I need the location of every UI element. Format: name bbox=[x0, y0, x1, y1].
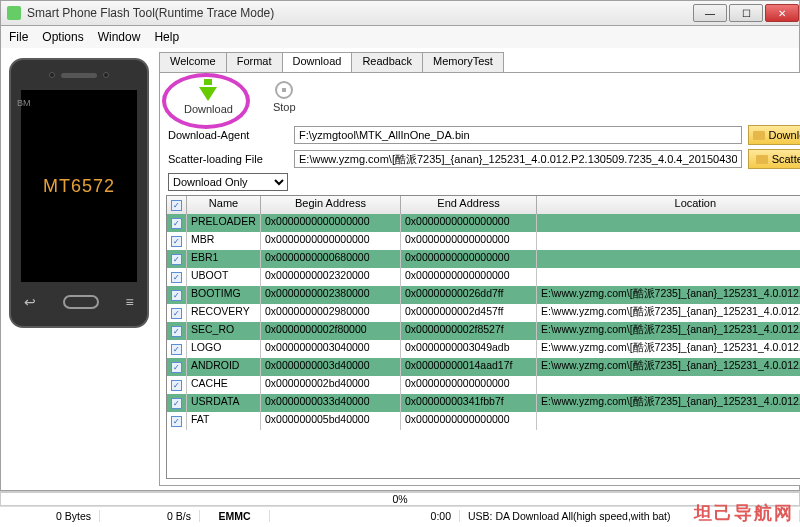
status-speed: 0 B/s bbox=[100, 510, 200, 522]
cell-location bbox=[537, 268, 800, 286]
cell-end: 0x00000000014aad17f bbox=[401, 358, 537, 376]
phone-menu-icon: ≡ bbox=[126, 294, 134, 310]
scatter-input[interactable] bbox=[294, 150, 742, 168]
cell-location: E:\www.yzmg.com\[酷派7235]_{anan}_125231_4… bbox=[537, 340, 800, 358]
table-row[interactable]: ✓UBOOT0x00000000023200000x00000000000000… bbox=[167, 268, 800, 286]
table-row[interactable]: ✓FAT0x000000005bd400000x0000000000000000 bbox=[167, 412, 800, 430]
table-row[interactable]: ✓PRELOADER0x00000000000000000x0000000000… bbox=[167, 214, 800, 232]
table-row[interactable]: ✓USRDATA0x0000000033d400000x00000000341f… bbox=[167, 394, 800, 412]
cell-begin: 0x000000005bd40000 bbox=[261, 412, 401, 430]
cell-begin: 0x0000000002380000 bbox=[261, 286, 401, 304]
cell-name: BOOTIMG bbox=[187, 286, 261, 304]
table-row[interactable]: ✓RECOVERY0x00000000029800000x0000000002d… bbox=[167, 304, 800, 322]
row-checkbox[interactable]: ✓ bbox=[171, 344, 182, 355]
minimize-button[interactable]: — bbox=[693, 4, 727, 22]
cell-name: USRDATA bbox=[187, 394, 261, 412]
cell-begin: 0x0000000003d40000 bbox=[261, 358, 401, 376]
row-checkbox[interactable]: ✓ bbox=[171, 326, 182, 337]
table-row[interactable]: ✓EBR10x00000000006800000x000000000000000… bbox=[167, 250, 800, 268]
folder-icon bbox=[756, 155, 768, 164]
table-row[interactable]: ✓LOGO0x00000000030400000x0000000003049ad… bbox=[167, 340, 800, 358]
col-end[interactable]: End Address bbox=[401, 196, 537, 214]
table-row[interactable]: ✓SEC_RO0x0000000002f800000x0000000002f85… bbox=[167, 322, 800, 340]
row-checkbox[interactable]: ✓ bbox=[171, 380, 182, 391]
folder-icon bbox=[753, 131, 765, 140]
table-row[interactable]: ✓ANDROID0x0000000003d400000x00000000014a… bbox=[167, 358, 800, 376]
cell-begin: 0x0000000003040000 bbox=[261, 340, 401, 358]
tabs: WelcomeFormatDownloadReadbackMemoryTest bbox=[159, 52, 800, 72]
workarea: BM MT6572 ↩ ≡ WelcomeFormatDownloadReadb… bbox=[0, 48, 800, 491]
tab-readback[interactable]: Readback bbox=[352, 52, 423, 72]
scatter-browse-button[interactable]: Scatter-loading bbox=[748, 149, 800, 169]
close-button[interactable]: ✕ bbox=[765, 4, 799, 22]
menu-window[interactable]: Window bbox=[98, 30, 141, 44]
cell-location bbox=[537, 250, 800, 268]
download-button[interactable]: Download bbox=[184, 81, 233, 115]
da-label: Download-Agent bbox=[168, 129, 288, 141]
row-checkbox[interactable]: ✓ bbox=[171, 362, 182, 373]
cell-name: ANDROID bbox=[187, 358, 261, 376]
status-bar: 0% 0 Bytes 0 B/s EMMC 0:00 USB: DA Downl… bbox=[0, 491, 800, 525]
row-checkbox[interactable]: ✓ bbox=[171, 308, 182, 319]
phone-panel: BM MT6572 ↩ ≡ bbox=[5, 52, 153, 486]
tab-memorytest[interactable]: MemoryTest bbox=[423, 52, 504, 72]
window-title: Smart Phone Flash Tool(Runtime Trace Mod… bbox=[27, 6, 691, 20]
table-row[interactable]: ✓BOOTIMG0x00000000023800000x00000000026d… bbox=[167, 286, 800, 304]
cell-location: E:\www.yzmg.com\[酷派7235]_{anan}_125231_4… bbox=[537, 394, 800, 412]
download-button-label: Download bbox=[184, 103, 233, 115]
cell-end: 0x0000000002f8527f bbox=[401, 322, 537, 340]
cell-location: E:\www.yzmg.com\[酷派7235]_{anan}_125231_4… bbox=[537, 286, 800, 304]
col-name[interactable]: Name bbox=[187, 196, 261, 214]
col-begin[interactable]: Begin Address bbox=[261, 196, 401, 214]
status-storage: EMMC bbox=[200, 510, 270, 522]
stop-icon bbox=[275, 81, 293, 99]
cell-begin: 0x0000000002980000 bbox=[261, 304, 401, 322]
cell-name: CACHE bbox=[187, 376, 261, 394]
cell-begin: 0x000000002bd40000 bbox=[261, 376, 401, 394]
cell-end: 0x0000000000000000 bbox=[401, 268, 537, 286]
menu-bar: File Options Window Help bbox=[0, 26, 800, 48]
row-checkbox[interactable]: ✓ bbox=[171, 254, 182, 265]
main-panel: WelcomeFormatDownloadReadbackMemoryTest … bbox=[153, 52, 800, 486]
stop-button[interactable]: Stop bbox=[273, 81, 296, 115]
cell-name: UBOOT bbox=[187, 268, 261, 286]
tab-download[interactable]: Download bbox=[283, 52, 353, 72]
tab-welcome[interactable]: Welcome bbox=[159, 52, 227, 72]
phone-corner-label: BM bbox=[17, 98, 31, 108]
scatter-label: Scatter-loading File bbox=[168, 153, 288, 165]
progress-bar: 0% bbox=[0, 492, 800, 506]
tab-format[interactable]: Format bbox=[227, 52, 283, 72]
cell-end: 0x0000000000000000 bbox=[401, 232, 537, 250]
row-checkbox[interactable]: ✓ bbox=[171, 290, 182, 301]
cell-location bbox=[537, 412, 800, 430]
stop-button-label: Stop bbox=[273, 101, 296, 113]
row-checkbox[interactable]: ✓ bbox=[171, 218, 182, 229]
cell-name: EBR1 bbox=[187, 250, 261, 268]
phone-home-icon bbox=[63, 295, 99, 309]
partition-table: ✓ Name Begin Address End Address Locatio… bbox=[166, 195, 800, 479]
da-browse-button[interactable]: Download Agent bbox=[748, 125, 800, 145]
cell-begin: 0x0000000033d40000 bbox=[261, 394, 401, 412]
cell-begin: 0x0000000000000000 bbox=[261, 214, 401, 232]
row-checkbox[interactable]: ✓ bbox=[171, 272, 182, 283]
cell-location bbox=[537, 232, 800, 250]
cell-location bbox=[537, 214, 800, 232]
mode-select[interactable]: Download Only bbox=[168, 173, 288, 191]
header-checkbox[interactable]: ✓ bbox=[171, 200, 182, 211]
app-icon bbox=[7, 6, 21, 20]
col-location[interactable]: Location bbox=[537, 196, 800, 214]
cell-end: 0x0000000000000000 bbox=[401, 250, 537, 268]
row-checkbox[interactable]: ✓ bbox=[171, 416, 182, 427]
menu-file[interactable]: File bbox=[9, 30, 28, 44]
row-checkbox[interactable]: ✓ bbox=[171, 398, 182, 409]
toolbar: Download Stop bbox=[166, 79, 800, 119]
menu-help[interactable]: Help bbox=[154, 30, 179, 44]
table-header: ✓ Name Begin Address End Address Locatio… bbox=[167, 196, 800, 214]
table-row[interactable]: ✓CACHE0x000000002bd400000x00000000000000… bbox=[167, 376, 800, 394]
row-checkbox[interactable]: ✓ bbox=[171, 236, 182, 247]
da-input[interactable] bbox=[294, 126, 742, 144]
maximize-button[interactable]: ☐ bbox=[729, 4, 763, 22]
table-row[interactable]: ✓MBR0x00000000000000000x0000000000000000 bbox=[167, 232, 800, 250]
menu-options[interactable]: Options bbox=[42, 30, 83, 44]
cell-end: 0x0000000000000000 bbox=[401, 412, 537, 430]
